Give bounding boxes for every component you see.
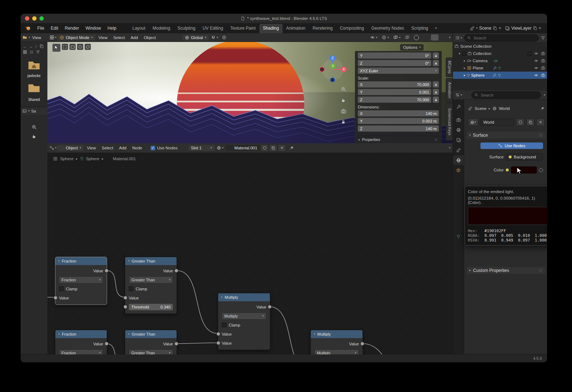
operation-dropdown[interactable]: Greater Than▾ [129,276,173,284]
chevron-down-icon[interactable]: ▾ [55,36,56,39]
display-mode-icon[interactable] [23,50,27,54]
lock-icon[interactable] [433,97,439,103]
tab-object[interactable] [453,166,464,175]
grip-icon[interactable] [539,268,543,272]
viewport-canvas[interactable]: Options▾ Z X Y [47,42,453,143]
shading-dropdown-icon[interactable]: ▾ [449,36,450,39]
tab-rendering[interactable]: Rendering [309,24,336,33]
operation-dropdown[interactable]: Greater Than▾ [129,349,173,355]
viewport-menu-add[interactable]: Add [128,35,140,41]
grip-icon[interactable] [539,133,543,137]
node-greater-than-2[interactable]: ▾Greater Than Value Greater Than▾ [125,330,177,354]
tab-scripting[interactable]: Scripting [408,24,432,33]
threshold-input-socket[interactable] [123,305,127,309]
node-greater-than-1[interactable]: ▾Greater Than Value Greater Than▾ Clamp … [125,257,177,314]
hide-eye-icon[interactable] [534,59,538,63]
chevron-down-icon[interactable]: ▾ [55,146,56,149]
editor-type-icon[interactable] [455,93,460,97]
disable-render-icon[interactable] [541,51,545,56]
filter-icon[interactable] [36,50,40,54]
outliner-row-camera[interactable]: ▸ Camera [453,57,547,64]
breadcrumb-scene[interactable]: Scene [475,106,487,111]
zoom-window-button[interactable] [39,16,44,21]
browse-material-dropdown[interactable]: ▾ [215,145,225,151]
hide-eye-icon[interactable] [534,51,538,56]
node-graph[interactable]: Sphere ▸ ▽ Sphere ▸ Material.001 [47,153,453,354]
collapse-icon[interactable]: ▾ [58,333,60,336]
scale-z-field[interactable]: Z70.000 [358,97,431,103]
shader-menu-add[interactable]: Add [116,145,129,151]
value-output-socket[interactable] [268,305,272,309]
tab-uv-editing[interactable]: UV Editing [199,24,227,33]
expand-icon[interactable]: ▸ [464,67,466,70]
tweak-tool-button[interactable] [62,44,68,50]
editor-type-icon[interactable] [50,146,54,150]
lock-icon[interactable] [433,81,439,88]
breadcrumb-world[interactable]: World [499,106,510,111]
hide-eye-icon[interactable] [534,73,538,77]
folder-icon[interactable] [22,35,27,40]
minimize-window-button[interactable] [32,16,37,21]
pin-icon[interactable] [540,106,545,111]
scale-y-field[interactable]: Y0.001 [358,89,431,95]
surface-value-dropdown[interactable]: Background [506,153,543,161]
properties-collapsed-panel[interactable]: ▸ Properties [358,136,439,143]
outliner-row-collection[interactable]: ▾ Collection [453,50,547,57]
folder-item-shared[interactable]: Shared [22,81,46,102]
expand-icon[interactable]: ▸ [464,74,466,77]
node-header[interactable]: ▾Fraction [55,257,107,265]
properties-search[interactable] [471,91,541,99]
scene-selector[interactable]: ▾ Scene × [469,25,503,31]
snap-toggle[interactable]: ▾ [209,34,220,41]
fake-user-button[interactable] [516,119,524,126]
unlink-scene-icon[interactable]: × [499,26,501,31]
exclude-checkbox[interactable] [527,52,531,56]
disable-render-icon[interactable] [541,73,545,77]
npanel-tab-mcprep[interactable]: MCprep [446,57,453,77]
shading-wireframe-button[interactable] [412,34,420,41]
blender-logo-icon[interactable] [25,25,31,31]
shader-menu-view[interactable]: View [84,145,98,151]
viewport-menu-object[interactable]: Object [141,35,158,41]
clamp-checkbox[interactable] [222,323,226,327]
node-header[interactable]: ▾Fraction [55,330,107,338]
chevron-down-icon[interactable]: ▾ [461,94,462,97]
pin-icon[interactable] [289,146,294,150]
remove-viewlayer-icon[interactable]: × [539,26,541,31]
dimension-x-field[interactable]: X140 m [358,110,439,116]
circle-select-tool-button[interactable] [77,44,83,50]
use-nodes-button[interactable]: Use Nodes [480,142,543,149]
close-window-button[interactable] [25,16,29,21]
value-output-socket[interactable] [174,269,178,273]
scale-x-field[interactable]: X70.000 [358,81,431,88]
tab-animation[interactable]: Animation [283,24,309,33]
value-input-socket[interactable] [216,341,220,345]
move-hand-icon[interactable] [340,96,347,103]
dimension-z-field[interactable]: Z140 m [358,125,439,132]
operation-dropdown[interactable]: Multiply▾ [314,349,359,355]
shading-solid-button[interactable] [422,34,429,41]
outliner-row-plane[interactable]: ▸ Plane ▽ [453,64,547,72]
value-output-socket[interactable] [360,342,364,346]
dimension-y-field[interactable]: Y0.002 m [358,118,439,124]
menu-file[interactable]: File [34,25,47,31]
menu-edit[interactable]: Edit [48,25,61,31]
tab-geometry-nodes[interactable]: Geometry Nodes [368,24,408,33]
material-datablock[interactable]: Material.001 [226,145,260,151]
object-visibility-dropdown[interactable]: ▾ [369,34,379,41]
fake-user-button[interactable] [260,144,268,152]
surface-panel-header[interactable]: ▾ Surface [467,132,545,139]
refresh-icon[interactable] [39,44,44,48]
rotation-z-field[interactable]: Z0° [358,60,431,66]
node-header[interactable]: ▾Multiply [311,330,363,338]
zoom-icon[interactable] [340,85,347,93]
unlink-world-button[interactable]: × [537,119,545,126]
node-multiply-1[interactable]: ▾Multiply Value Multiply▾ Clamp Value Va… [218,293,270,350]
value-output-socket[interactable] [105,342,109,346]
titlebar[interactable]: * synthwave_test.blend - Blender 4.5.6 L… [21,14,547,24]
tab-view-layer[interactable] [453,135,464,145]
node-fraction-2[interactable]: ▾Fraction Value Fraction▾ [55,330,107,354]
viewport-menu-view[interactable]: View [96,35,110,41]
outliner-search-input[interactable] [473,35,536,41]
tab-material[interactable] [453,242,464,251]
